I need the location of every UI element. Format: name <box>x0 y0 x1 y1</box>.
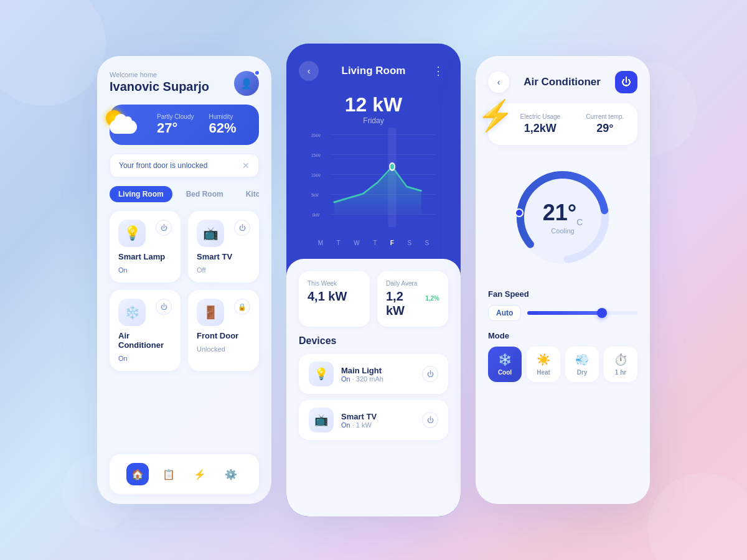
day-s1: S <box>407 240 411 246</box>
nav-energy-button[interactable]: ⚡ <box>189 463 211 485</box>
weather-condition-label: Partly Cloudy <box>157 113 194 120</box>
weather-icon-wrap <box>101 106 144 144</box>
fan-speed-section: Fan Speed Auto <box>488 289 637 321</box>
lightning-bolt-icon: ⚡ <box>477 98 514 133</box>
ac-icon: ❄️ <box>125 305 140 320</box>
main-light-power-button[interactable]: ⏻ <box>422 366 438 382</box>
device-card-header: 📺 ⏻ <box>197 220 250 247</box>
back-button[interactable]: ‹ <box>299 61 319 81</box>
nav-devices-button[interactable]: 📋 <box>157 463 180 485</box>
ac-header: ‹ Air Conditioner ⏻ <box>488 71 637 93</box>
devices-section: Devices 💡 Main Light On · 320 mAh ⏻ 📺 Sm… <box>299 335 448 446</box>
cloud-icon <box>110 120 137 134</box>
tab-bed-room[interactable]: Bed Room <box>177 186 232 202</box>
heat-icon: ☀️ <box>537 353 550 366</box>
fan-speed-slider[interactable] <box>527 311 637 315</box>
svg-text:15kW: 15kW <box>311 152 321 157</box>
devices-title: Devices <box>299 335 448 347</box>
welcome-label: Welcome home <box>110 71 209 78</box>
smart-tv-power-button[interactable]: ⏻ <box>422 412 438 428</box>
ac-icon-wrap: ❄️ <box>118 299 146 326</box>
device-air-conditioner: ❄️ ⏻ Air Conditioner On <box>110 290 181 371</box>
room-title: Living Room <box>342 65 406 77</box>
door-icon: 🚪 <box>203 305 218 320</box>
user-name: Ivanovic Suparjo <box>110 80 209 94</box>
dry-icon: 💨 <box>575 353 589 366</box>
close-icon[interactable]: ✕ <box>242 161 250 170</box>
avatar-notification-dot <box>254 70 260 76</box>
stats-row: This Week 4,1 kW Daily Avera 1,2 kW 1,2% <box>299 271 448 327</box>
daily-avg-badge: 1,2% <box>425 295 439 302</box>
day-s2: S <box>425 240 430 246</box>
temp-center-text: 21°C Cooling <box>543 200 583 235</box>
device-smart-tv: 📺 ⏻ Smart TV Off <box>188 211 259 282</box>
day-f: F <box>390 240 394 246</box>
tab-living-room[interactable]: Living Room <box>110 186 172 202</box>
fan-auto-badge: Auto <box>488 305 521 321</box>
mode-heat[interactable]: ☀️ Heat <box>527 347 560 382</box>
tab-kitchen[interactable]: Kitchen <box>237 186 259 202</box>
svg-text:5kW: 5kW <box>311 192 319 197</box>
energy-display: 12 kW Friday <box>299 93 448 125</box>
timer-icon: ⏱️ <box>614 353 627 366</box>
bottom-nav: 🏠 📋 ⚡ ⚙️ <box>110 454 259 494</box>
svg-point-16 <box>515 209 523 217</box>
nav-settings-button[interactable]: ⚙️ <box>220 463 242 485</box>
slider-fill <box>527 311 604 315</box>
this-week-label: This Week <box>308 280 361 287</box>
smart-tv-sub: On · 1 kW <box>341 421 415 429</box>
svg-text:20kW: 20kW <box>311 133 321 138</box>
ac-power-button[interactable]: ⏻ <box>156 299 172 315</box>
tv-status: Off <box>197 266 250 274</box>
smart-tv-name: Smart TV <box>341 412 415 421</box>
tv-icon: 📺 <box>203 226 218 241</box>
device-card-header: 🚪 🔒 <box>197 299 250 326</box>
list-item-smart-tv: 📺 Smart TV On · 1 kW ⏻ <box>299 400 448 440</box>
daily-avg-value: 1,2 kW <box>386 289 425 318</box>
mode-cool[interactable]: ❄️ Cool <box>488 347 522 382</box>
daily-avg-value-row: 1,2 kW 1,2% <box>386 289 439 318</box>
mode-timer[interactable]: ⏱️ 1 hr <box>604 347 637 382</box>
current-temp-stat: Current temp. 29° <box>567 113 624 135</box>
door-name: Front Door <box>197 331 250 340</box>
day-t1: T <box>337 240 341 246</box>
lamp-power-button[interactable]: ⏻ <box>156 220 172 236</box>
room-header: ‹ Living Room ⋮ <box>299 61 448 81</box>
tv-name: Smart TV <box>197 252 250 261</box>
electric-usage-value: 1,2kW <box>524 122 557 135</box>
this-week-value: 4,1 kW <box>308 289 347 304</box>
nav-home-button[interactable]: 🏠 <box>126 463 149 485</box>
cool-label: Cool <box>498 369 512 376</box>
tv-power-button[interactable]: ⏻ <box>234 220 250 236</box>
more-options-button[interactable]: ⋮ <box>428 61 448 81</box>
door-status: Unlocked <box>197 345 250 353</box>
daily-avg-card: Daily Avera 1,2 kW 1,2% <box>377 271 448 327</box>
avatar[interactable]: 👤 <box>234 71 259 96</box>
notification-bar: Your front door is unlocked ✕ <box>110 154 259 177</box>
svg-text:10kW: 10kW <box>311 172 321 177</box>
timer-label: 1 hr <box>615 369 626 376</box>
lamp-icon: 💡 <box>124 225 141 241</box>
mode-grid: ❄️ Cool ☀️ Heat 💨 Dry ⏱️ 1 hr <box>488 347 637 382</box>
phone-living-room: ‹ Living Room ⋮ 12 kW Friday 20kW 15kW 1… <box>286 44 461 516</box>
main-light-sub: On · 320 mAh <box>341 375 415 383</box>
ac-status: On <box>118 355 172 362</box>
svg-text:0kW: 0kW <box>312 212 320 217</box>
door-lock-button[interactable]: 🔒 <box>234 299 250 315</box>
energy-day: Friday <box>299 116 448 125</box>
chart-area: 20kW 15kW 10kW 5kW 0kW <box>299 128 448 240</box>
devices-grid: 💡 ⏻ Smart Lamp On 📺 ⏻ Smart TV Off ❄️ <box>110 211 259 371</box>
dry-label: Dry <box>577 369 588 376</box>
ac-back-button[interactable]: ‹ <box>488 72 509 93</box>
lamp-icon-wrap: 💡 <box>118 220 146 247</box>
room-tabs: Living Room Bed Room Kitchen Bath <box>110 186 259 202</box>
ac-power-button[interactable]: ⏻ <box>615 71 637 93</box>
weather-humidity-label: Humidity <box>209 113 236 120</box>
temperature-display: 21°C <box>543 200 583 227</box>
door-icon-wrap: 🚪 <box>197 299 224 326</box>
mode-dry[interactable]: 💨 Dry <box>565 347 599 382</box>
device-card-header: 💡 ⏻ <box>118 220 172 247</box>
energy-chart: 20kW 15kW 10kW 5kW 0kW <box>311 128 436 227</box>
device-front-door: 🚪 🔒 Front Door Unlocked <box>188 290 259 371</box>
temperature-gauge: 21°C Cooling <box>488 155 637 279</box>
